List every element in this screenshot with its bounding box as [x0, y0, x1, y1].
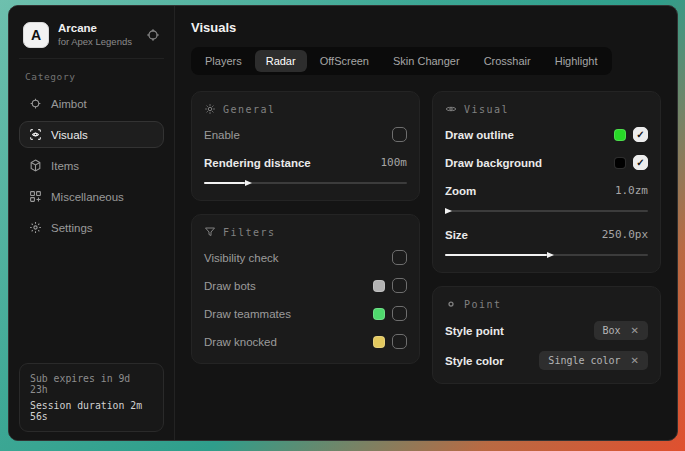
sidebar-item-settings[interactable]: Settings: [19, 214, 164, 241]
zoom-row: Zoom 1.0zm: [445, 182, 648, 199]
draw-bots-checkbox[interactable]: ✓: [392, 278, 407, 293]
size-row: Size 250.0px: [445, 226, 648, 243]
sidebar-spacer: [19, 243, 164, 363]
draw-outline-label: Draw outline: [445, 129, 514, 141]
visibility-check-row: Visibility check ✓: [204, 249, 407, 266]
app-logo: A: [23, 22, 49, 48]
check-icon: ✓: [636, 130, 644, 140]
page-title: Visuals: [191, 20, 661, 35]
tab-highlight[interactable]: Highlight: [544, 50, 609, 72]
draw-outline-color-swatch[interactable]: [614, 129, 626, 141]
filters-panel: Filters Visibility check ✓ Draw bots ✓: [191, 214, 420, 364]
style-point-row: Style point Box ✕: [445, 321, 648, 340]
draw-background-color-swatch[interactable]: [614, 157, 626, 169]
dot-icon: [445, 298, 457, 310]
slider-thumb[interactable]: [547, 252, 554, 258]
draw-teammates-label: Draw teammates: [204, 308, 291, 320]
clear-icon[interactable]: ✕: [631, 356, 639, 366]
draw-knocked-color-swatch[interactable]: [373, 336, 385, 348]
draw-teammates-row: Draw teammates ✓: [204, 305, 407, 322]
target-icon[interactable]: [146, 28, 160, 42]
draw-background-label: Draw background: [445, 157, 542, 169]
rendering-distance-row: Rendering distance 100m: [204, 154, 407, 171]
visual-panel-header: Visual: [445, 103, 648, 115]
visual-panel-title: Visual: [464, 104, 509, 115]
clear-icon[interactable]: ✕: [631, 326, 639, 336]
draw-teammates-color-swatch[interactable]: [373, 308, 385, 320]
draw-knocked-checkbox[interactable]: ✓: [392, 334, 407, 349]
app-window: A Arcane for Apex Legends Category Aimbo…: [8, 5, 678, 441]
sidebar-item-miscellaneous[interactable]: Miscellaneous: [19, 183, 164, 210]
style-point-select[interactable]: Box ✕: [594, 321, 648, 340]
size-slider[interactable]: [445, 250, 648, 259]
sidebar-item-aimbot[interactable]: Aimbot: [19, 90, 164, 117]
scan-eye-icon: [29, 128, 42, 141]
zoom-value: 1.0zm: [615, 184, 648, 197]
enable-checkbox[interactable]: ✓: [392, 127, 407, 142]
draw-bots-label: Draw bots: [204, 280, 256, 292]
draw-teammates-checkbox[interactable]: ✓: [392, 306, 407, 321]
style-color-label: Style color: [445, 355, 504, 367]
crosshair-icon: [29, 97, 42, 110]
rendering-distance-label: Rendering distance: [204, 157, 311, 169]
draw-knocked-controls: ✓: [373, 334, 407, 349]
style-point-label: Style point: [445, 325, 504, 337]
app-subtitle: for Apex Legends: [58, 37, 137, 48]
sidebar-item-label: Settings: [51, 222, 93, 234]
sidebar-item-visuals[interactable]: Visuals: [19, 121, 164, 148]
tab-players[interactable]: Players: [194, 50, 253, 72]
package-icon: [29, 159, 42, 172]
draw-bots-color-swatch[interactable]: [373, 280, 385, 292]
style-color-select[interactable]: Single color ✕: [539, 351, 648, 370]
draw-outline-checkbox[interactable]: ✓: [633, 127, 648, 142]
slider-thumb[interactable]: [245, 180, 252, 186]
general-panel: General Enable ✓ Rendering distance 100m: [191, 91, 420, 201]
sidebar-item-items[interactable]: Items: [19, 152, 164, 179]
rendering-distance-value: 100m: [381, 156, 408, 169]
sidebar: A Arcane for Apex Legends Category Aimbo…: [9, 6, 175, 440]
tab-skin-changer[interactable]: Skin Changer: [382, 50, 471, 72]
slider-fill: [204, 182, 245, 184]
right-column: Visual Draw outline ✓ Draw background: [432, 91, 661, 384]
point-panel-title: Point: [464, 299, 502, 310]
enable-label: Enable: [204, 129, 240, 141]
draw-bots-controls: ✓: [373, 278, 407, 293]
sidebar-item-label: Visuals: [51, 129, 88, 141]
slider-thumb[interactable]: [445, 208, 452, 214]
rendering-distance-slider[interactable]: [204, 178, 407, 187]
tab-crosshair[interactable]: Crosshair: [473, 50, 542, 72]
style-color-row: Style color Single color ✕: [445, 351, 648, 370]
draw-background-controls: ✓: [614, 155, 648, 170]
filters-panel-title: Filters: [223, 227, 276, 238]
visual-panel: Visual Draw outline ✓ Draw background: [432, 91, 661, 273]
zoom-slider[interactable]: [445, 206, 648, 215]
enable-row: Enable ✓: [204, 126, 407, 143]
app-titles: Arcane for Apex Legends: [58, 22, 137, 48]
grid-icon: [29, 190, 42, 203]
general-panel-title: General: [223, 104, 276, 115]
sidebar-item-label: Items: [51, 160, 79, 172]
content-area: General Enable ✓ Rendering distance 100m: [191, 91, 661, 384]
main-panel: Visuals Players Radar OffScreen Skin Cha…: [175, 6, 677, 440]
draw-background-checkbox[interactable]: ✓: [633, 155, 648, 170]
slider-fill: [445, 254, 547, 256]
size-label: Size: [445, 229, 468, 241]
sidebar-header: A Arcane for Apex Legends: [19, 14, 164, 59]
category-label: Category: [25, 71, 158, 82]
gear-icon: [29, 221, 42, 234]
zoom-label: Zoom: [445, 185, 476, 197]
visibility-check-checkbox[interactable]: ✓: [392, 250, 407, 265]
left-column: General Enable ✓ Rendering distance 100m: [191, 91, 420, 364]
visuals-tabbar: Players Radar OffScreen Skin Changer Cro…: [191, 47, 612, 75]
funnel-icon: [204, 226, 216, 238]
app-title: Arcane: [58, 22, 137, 35]
tab-radar[interactable]: Radar: [255, 50, 307, 72]
draw-background-row: Draw background ✓: [445, 154, 648, 171]
subscription-info-card: Sub expires in 9d 23h Session duration 2…: [19, 363, 164, 432]
style-color-value: Single color: [548, 355, 620, 366]
size-value: 250.0px: [602, 228, 648, 241]
gear-icon: [204, 103, 216, 115]
draw-teammates-controls: ✓: [373, 306, 407, 321]
tab-offscreen[interactable]: OffScreen: [309, 50, 380, 72]
eye-icon: [445, 103, 457, 115]
